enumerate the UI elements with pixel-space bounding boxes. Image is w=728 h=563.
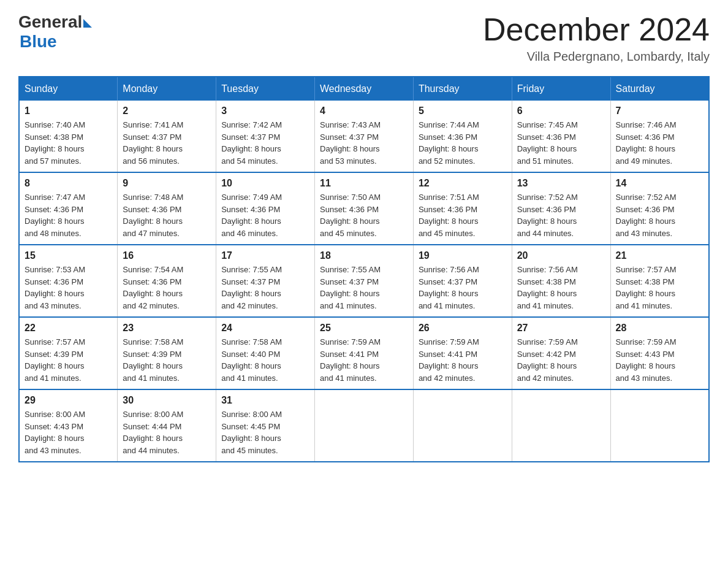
day-info: Sunrise: 7:58 AM Sunset: 4:39 PM Dayligh…: [123, 336, 211, 384]
day-info: Sunrise: 7:55 AM Sunset: 4:37 PM Dayligh…: [320, 264, 408, 312]
day-info: Sunrise: 7:52 AM Sunset: 4:36 PM Dayligh…: [517, 191, 605, 239]
table-row: [610, 389, 709, 462]
day-info: Sunrise: 7:51 AM Sunset: 4:36 PM Dayligh…: [419, 191, 507, 239]
table-row: 13 Sunrise: 7:52 AM Sunset: 4:36 PM Dayl…: [512, 172, 610, 245]
day-info: Sunrise: 7:57 AM Sunset: 4:38 PM Dayligh…: [616, 264, 703, 312]
day-number: 21: [616, 250, 703, 261]
day-number: 18: [320, 250, 408, 261]
table-row: 8 Sunrise: 7:47 AM Sunset: 4:36 PM Dayli…: [19, 172, 118, 245]
day-number: 17: [221, 250, 309, 261]
day-number: 14: [616, 178, 703, 189]
day-info: Sunrise: 8:00 AM Sunset: 4:43 PM Dayligh…: [25, 408, 112, 456]
day-number: 9: [123, 178, 211, 189]
day-info: Sunrise: 7:49 AM Sunset: 4:36 PM Dayligh…: [221, 191, 309, 239]
location-text: Villa Pedergnano, Lombardy, Italy: [483, 50, 710, 64]
logo-general-text: General: [18, 12, 82, 32]
table-row: 18 Sunrise: 7:55 AM Sunset: 4:37 PM Dayl…: [315, 245, 414, 317]
table-row: 30 Sunrise: 8:00 AM Sunset: 4:44 PM Dayl…: [118, 389, 216, 462]
calendar-header-row: Sunday Monday Tuesday Wednesday Thursday…: [19, 77, 709, 101]
header-sunday: Sunday: [19, 77, 118, 101]
calendar-week-row: 8 Sunrise: 7:47 AM Sunset: 4:36 PM Dayli…: [19, 172, 709, 245]
calendar-table: Sunday Monday Tuesday Wednesday Thursday…: [18, 76, 710, 462]
table-row: 5 Sunrise: 7:44 AM Sunset: 4:36 PM Dayli…: [413, 101, 512, 172]
table-row: 19 Sunrise: 7:56 AM Sunset: 4:37 PM Dayl…: [413, 245, 512, 317]
day-number: 13: [517, 178, 605, 189]
header-thursday: Thursday: [413, 77, 512, 101]
day-info: Sunrise: 7:53 AM Sunset: 4:36 PM Dayligh…: [25, 264, 112, 312]
table-row: 20 Sunrise: 7:56 AM Sunset: 4:38 PM Dayl…: [512, 245, 610, 317]
header-wednesday: Wednesday: [315, 77, 414, 101]
logo: General Blue: [18, 12, 92, 52]
day-number: 11: [320, 178, 408, 189]
table-row: 24 Sunrise: 7:58 AM Sunset: 4:40 PM Dayl…: [216, 317, 315, 389]
day-number: 1: [25, 105, 112, 117]
header-saturday: Saturday: [610, 77, 709, 101]
day-info: Sunrise: 7:59 AM Sunset: 4:41 PM Dayligh…: [320, 336, 408, 384]
day-info: Sunrise: 7:44 AM Sunset: 4:36 PM Dayligh…: [419, 119, 507, 167]
day-info: Sunrise: 7:59 AM Sunset: 4:42 PM Dayligh…: [517, 336, 605, 384]
day-number: 26: [419, 323, 507, 334]
day-info: Sunrise: 7:56 AM Sunset: 4:38 PM Dayligh…: [517, 264, 605, 312]
logo-arrow-icon: [83, 19, 92, 28]
table-row: 9 Sunrise: 7:48 AM Sunset: 4:36 PM Dayli…: [118, 172, 216, 245]
calendar-week-row: 15 Sunrise: 7:53 AM Sunset: 4:36 PM Dayl…: [19, 245, 709, 317]
day-number: 20: [517, 250, 605, 261]
day-info: Sunrise: 7:45 AM Sunset: 4:36 PM Dayligh…: [517, 119, 605, 167]
header-monday: Monday: [118, 77, 216, 101]
table-row: 22 Sunrise: 7:57 AM Sunset: 4:39 PM Dayl…: [19, 317, 118, 389]
day-number: 5: [419, 105, 507, 117]
day-info: Sunrise: 7:47 AM Sunset: 4:36 PM Dayligh…: [25, 191, 112, 239]
day-number: 12: [419, 178, 507, 189]
day-number: 31: [221, 395, 309, 406]
table-row: 14 Sunrise: 7:52 AM Sunset: 4:36 PM Dayl…: [610, 172, 709, 245]
title-section: December 2024 Villa Pedergnano, Lombardy…: [483, 12, 710, 64]
day-number: 24: [221, 323, 309, 334]
table-row: 31 Sunrise: 8:00 AM Sunset: 4:45 PM Dayl…: [216, 389, 315, 462]
day-info: Sunrise: 7:41 AM Sunset: 4:37 PM Dayligh…: [123, 119, 211, 167]
logo-blue-text: Blue: [20, 32, 57, 52]
table-row: [315, 389, 414, 462]
day-number: 30: [123, 395, 211, 406]
day-info: Sunrise: 7:42 AM Sunset: 4:37 PM Dayligh…: [221, 119, 309, 167]
day-info: Sunrise: 7:50 AM Sunset: 4:36 PM Dayligh…: [320, 191, 408, 239]
day-info: Sunrise: 7:40 AM Sunset: 4:38 PM Dayligh…: [25, 119, 112, 167]
day-number: 25: [320, 323, 408, 334]
day-number: 29: [25, 395, 112, 406]
day-info: Sunrise: 7:55 AM Sunset: 4:37 PM Dayligh…: [221, 264, 309, 312]
table-row: 23 Sunrise: 7:58 AM Sunset: 4:39 PM Dayl…: [118, 317, 216, 389]
day-info: Sunrise: 7:52 AM Sunset: 4:36 PM Dayligh…: [616, 191, 703, 239]
day-info: Sunrise: 7:48 AM Sunset: 4:36 PM Dayligh…: [123, 191, 211, 239]
table-row: 10 Sunrise: 7:49 AM Sunset: 4:36 PM Dayl…: [216, 172, 315, 245]
table-row: 15 Sunrise: 7:53 AM Sunset: 4:36 PM Dayl…: [19, 245, 118, 317]
day-number: 19: [419, 250, 507, 261]
table-row: [413, 389, 512, 462]
table-row: [512, 389, 610, 462]
day-number: 4: [320, 105, 408, 117]
table-row: 11 Sunrise: 7:50 AM Sunset: 4:36 PM Dayl…: [315, 172, 414, 245]
calendar-week-row: 22 Sunrise: 7:57 AM Sunset: 4:39 PM Dayl…: [19, 317, 709, 389]
page-header: General Blue December 2024 Villa Pedergn…: [18, 12, 710, 64]
table-row: 27 Sunrise: 7:59 AM Sunset: 4:42 PM Dayl…: [512, 317, 610, 389]
day-info: Sunrise: 7:59 AM Sunset: 4:43 PM Dayligh…: [616, 336, 703, 384]
table-row: 7 Sunrise: 7:46 AM Sunset: 4:36 PM Dayli…: [610, 101, 709, 172]
table-row: 21 Sunrise: 7:57 AM Sunset: 4:38 PM Dayl…: [610, 245, 709, 317]
day-info: Sunrise: 7:56 AM Sunset: 4:37 PM Dayligh…: [419, 264, 507, 312]
day-info: Sunrise: 8:00 AM Sunset: 4:45 PM Dayligh…: [221, 408, 309, 456]
table-row: 29 Sunrise: 8:00 AM Sunset: 4:43 PM Dayl…: [19, 389, 118, 462]
day-info: Sunrise: 7:54 AM Sunset: 4:36 PM Dayligh…: [123, 264, 211, 312]
table-row: 26 Sunrise: 7:59 AM Sunset: 4:41 PM Dayl…: [413, 317, 512, 389]
header-friday: Friday: [512, 77, 610, 101]
day-number: 6: [517, 105, 605, 117]
day-info: Sunrise: 7:59 AM Sunset: 4:41 PM Dayligh…: [419, 336, 507, 384]
day-number: 15: [25, 250, 112, 261]
day-info: Sunrise: 8:00 AM Sunset: 4:44 PM Dayligh…: [123, 408, 211, 456]
day-info: Sunrise: 7:57 AM Sunset: 4:39 PM Dayligh…: [25, 336, 112, 384]
table-row: 4 Sunrise: 7:43 AM Sunset: 4:37 PM Dayli…: [315, 101, 414, 172]
day-number: 10: [221, 178, 309, 189]
table-row: 28 Sunrise: 7:59 AM Sunset: 4:43 PM Dayl…: [610, 317, 709, 389]
day-info: Sunrise: 7:46 AM Sunset: 4:36 PM Dayligh…: [616, 119, 703, 167]
table-row: 16 Sunrise: 7:54 AM Sunset: 4:36 PM Dayl…: [118, 245, 216, 317]
table-row: 17 Sunrise: 7:55 AM Sunset: 4:37 PM Dayl…: [216, 245, 315, 317]
month-title: December 2024: [483, 12, 710, 47]
day-number: 22: [25, 323, 112, 334]
